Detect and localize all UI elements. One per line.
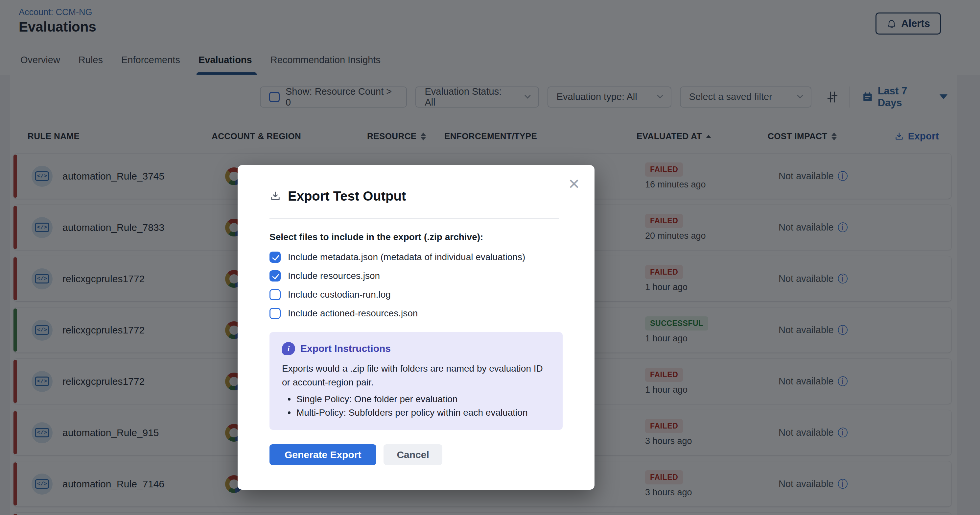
close-icon[interactable]: ✕	[568, 177, 580, 191]
export-instructions-title: Export Instructions	[301, 343, 391, 354]
export-instructions-panel: i Export Instructions Exports would a .z…	[269, 332, 563, 430]
info-bubble-icon: i	[282, 342, 295, 355]
generate-export-button[interactable]: Generate Export	[269, 444, 376, 465]
export-file-options: Include metadata.json (metadata of indiv…	[269, 252, 563, 319]
download-icon	[269, 190, 281, 202]
checkbox-checked[interactable]	[269, 270, 281, 282]
checkbox-unchecked[interactable]	[269, 289, 281, 300]
include-custodian-run-log-option[interactable]: Include custodian-run.log	[269, 289, 563, 300]
checkbox-checked[interactable]	[269, 252, 281, 263]
export-instructions-bullets: Single Policy: One folder per evaluation…	[286, 393, 550, 419]
bullet-multi-policy: Multi-Policy: Subfolders per policy with…	[286, 406, 550, 419]
divider	[269, 218, 559, 219]
include-actioned-resources-option[interactable]: Include actioned-resources.json	[269, 308, 563, 319]
include-resources-option[interactable]: Include resources.json	[269, 270, 563, 282]
checkbox-unchecked[interactable]	[269, 308, 281, 319]
cancel-button[interactable]: Cancel	[383, 444, 442, 465]
export-test-output-modal: ✕ Export Test Output Select files to inc…	[238, 165, 595, 489]
bullet-single-policy: Single Policy: One folder per evaluation	[286, 393, 550, 406]
include-metadata-option[interactable]: Include metadata.json (metadata of indiv…	[269, 252, 563, 263]
export-instructions-body: Exports would a .zip file with folders a…	[282, 362, 550, 389]
select-files-label: Select files to include in the export (.…	[269, 232, 563, 242]
modal-title: Export Test Output	[288, 189, 406, 204]
